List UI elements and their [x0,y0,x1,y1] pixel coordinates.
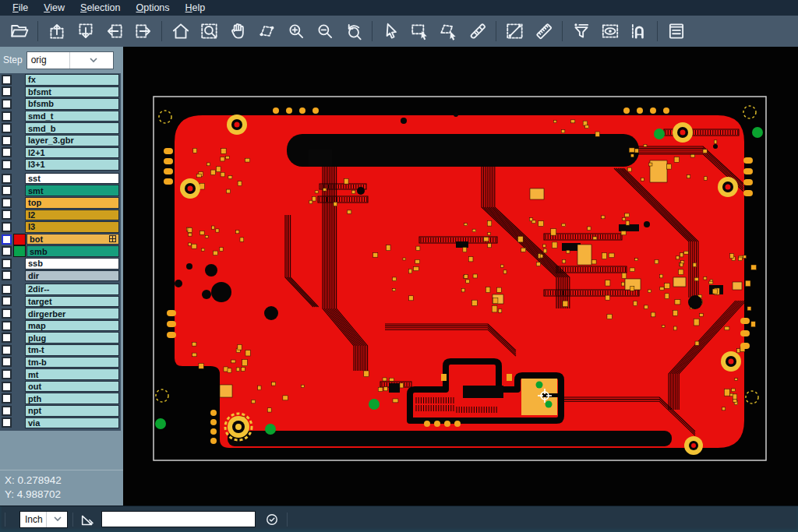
menu-options[interactable]: Options [128,1,177,15]
layer-label-via[interactable]: via [25,417,119,429]
layer-label-plug[interactable]: plug [25,332,119,344]
layer-label-smd_b[interactable]: smd_b [25,122,119,134]
menu-help[interactable]: Help [178,1,214,15]
menu-file[interactable]: File [5,1,36,15]
step-dropdown[interactable]: orig [26,51,114,69]
layer-visibility-checkbox[interactable] [0,270,13,280]
layer-visibility-checkbox[interactable] [0,75,13,85]
highlight-eye-button[interactable] [595,18,624,44]
layer-visibility-checkbox[interactable] [0,333,13,343]
pan-hand-button[interactable] [224,18,252,44]
pcb-canvas[interactable] [123,47,798,506]
layer-visibility-checkbox[interactable] [0,246,13,256]
layer-visibility-checkbox[interactable] [0,382,13,392]
layer-visibility-checkbox[interactable] [0,86,13,97]
layer-visibility-checkbox[interactable] [0,417,13,428]
layer-visibility-checkbox[interactable] [0,210,13,220]
layer-label-2dir--[interactable]: 2dir-- [25,284,119,295]
layer-visibility-checkbox[interactable] [0,136,13,146]
layer-visibility-checkbox[interactable] [0,284,13,294]
layer-label-smt[interactable]: smt [25,185,119,196]
layer-visibility-checkbox[interactable] [0,222,13,232]
menu-selection[interactable]: Selection [72,1,128,15]
zoom-window-button[interactable] [195,18,224,44]
layer-color-swatch[interactable] [13,245,26,257]
snap-magnet-button[interactable] [624,18,653,44]
pan-up-button[interactable] [42,18,71,44]
layer-visibility-checkbox[interactable] [0,111,13,122]
select-cursor-button[interactable] [376,18,405,44]
pan-left-button[interactable] [100,18,129,44]
layer-row-smd_t: smd_t [0,111,121,122]
layer-label-mt[interactable]: mt [25,368,119,380]
layer-label-smd_t[interactable]: smd_t [25,111,119,122]
zoom-polygon-button[interactable] [252,18,281,44]
layer-label-pth[interactable]: pth [25,393,119,404]
clean-brush-button[interactable] [463,18,492,44]
layer-label-l2+1[interactable]: l2+1 [25,147,119,159]
unit-dropdown[interactable]: Inch [19,511,68,528]
layer-label-dirgerber[interactable]: dirgerber [25,308,119,319]
layer-label-out[interactable]: out [25,381,119,393]
layer-label-fx[interactable]: fx [25,74,119,86]
layer-row-map: map [0,320,121,332]
layer-label-ssb[interactable]: ssb [25,258,119,270]
layer-label-dir[interactable]: dir [25,270,119,282]
layer-visibility-checkbox[interactable] [0,369,13,379]
layer-label-npt[interactable]: npt [25,405,119,417]
layer-color-swatch[interactable] [13,234,26,245]
swatch-placeholder [13,357,24,367]
layer-visibility-checkbox[interactable] [0,198,13,208]
layer-visibility-checkbox[interactable] [0,321,13,331]
layer-sidebar: Step orig fxbfsmtbfsmbsmd_tsmd_blayer_3.… [0,47,123,506]
measure-line-button[interactable] [500,18,529,44]
layers-panel-button[interactable] [662,18,690,44]
layer-visibility-checkbox[interactable] [0,308,13,319]
layer-visibility-checkbox[interactable] [0,296,13,306]
zoom-out-button[interactable] [310,18,339,44]
layer-label-bfsmt[interactable]: bfsmt [25,86,119,98]
open-folder-button[interactable] [5,18,34,44]
layer-visibility-checkbox[interactable] [0,234,13,245]
layer-label-layer_3.gbr[interactable]: layer_3.gbr [25,135,119,146]
angle-tool-icon[interactable] [78,509,98,530]
measure-ruler-button[interactable] [529,18,558,44]
layer-visibility-checkbox[interactable] [0,174,13,184]
layer-label-smb[interactable]: smb [26,245,119,257]
layer-label-sst[interactable]: sst [25,173,119,185]
layer-label-map[interactable]: map [25,320,119,332]
home-button[interactable] [166,18,195,44]
layer-label-l3[interactable]: l3 [25,221,119,233]
layer-label-l2[interactable]: l2 [25,210,119,221]
layer-visibility-checkbox[interactable] [0,123,13,133]
layer-label-bfsmb[interactable]: bfsmb [25,98,119,110]
select-polygon-button[interactable] [434,18,463,44]
layer-visibility-checkbox[interactable] [0,160,13,170]
layer-visibility-checkbox[interactable] [0,357,13,367]
swatch-placeholder [13,270,24,280]
pan-right-button[interactable] [129,18,157,44]
coordinate-y: Y: 4.988702 [5,488,123,502]
layer-visibility-checkbox[interactable] [0,345,13,355]
layer-visibility-checkbox[interactable] [0,259,13,269]
layer-label-tm-b[interactable]: tm-b [25,357,119,368]
layer-visibility-checkbox[interactable] [0,393,13,403]
layer-visibility-checkbox[interactable] [0,99,13,109]
layer-visibility-checkbox[interactable] [0,147,13,157]
zoom-in-button[interactable] [281,18,310,44]
menu-view[interactable]: View [36,1,72,15]
layer-label-top[interactable]: top [25,197,119,209]
layer-label-target[interactable]: target [25,296,119,308]
layer-label-bot[interactable]: bot [26,234,119,245]
layer-visibility-checkbox[interactable] [0,406,13,416]
layer-label-tm-t[interactable]: tm-t [25,344,119,356]
layer-visibility-checkbox[interactable] [0,185,13,196]
checkbox [2,185,12,196]
refresh-icon[interactable] [262,509,282,530]
zoom-previous-button[interactable] [339,18,368,44]
select-rect-button[interactable] [405,18,434,44]
pan-down-button[interactable] [71,18,100,44]
filter-button[interactable] [567,18,595,44]
command-input[interactable] [101,511,256,527]
layer-label-l3+1[interactable]: l3+1 [25,159,119,171]
